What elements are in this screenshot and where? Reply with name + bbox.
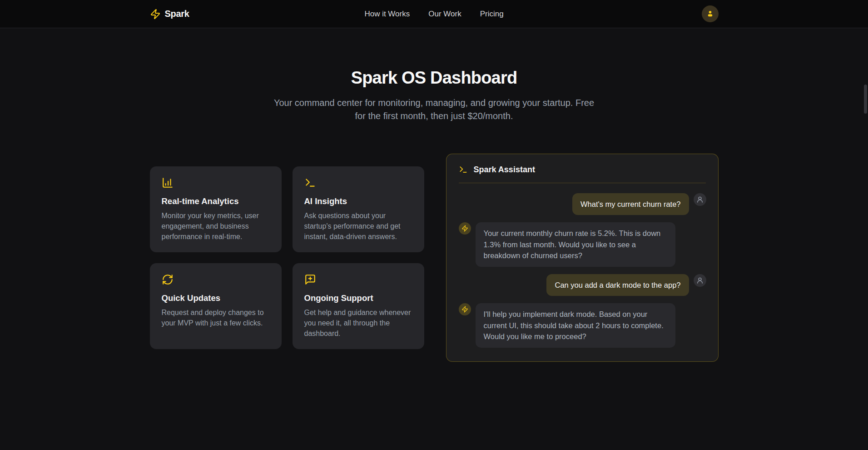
user-message: Can you add a dark mode to the app?: [459, 274, 706, 296]
zap-icon: [461, 225, 468, 232]
features-grid: Real-time Analytics Monitor your key met…: [150, 166, 424, 349]
feature-title: Ongoing Support: [304, 293, 412, 303]
nav-link-our-work[interactable]: Our Work: [428, 10, 461, 19]
feature-description: Request and deploy changes to your MVP w…: [162, 307, 270, 328]
terminal-icon: [304, 177, 316, 189]
user-round-icon: [696, 196, 704, 203]
message-bubble: I'll help you implement dark mode. Based…: [476, 303, 675, 348]
nav-links: How it WorksOur WorkPricing: [364, 10, 503, 19]
brand-name: Spark: [165, 9, 189, 19]
zap-icon: [150, 9, 161, 20]
user-round-icon: [696, 277, 704, 284]
chart-column-icon: [162, 177, 174, 189]
assistant-header: Spark Assistant: [446, 154, 718, 183]
zap-icon: [461, 306, 468, 313]
terminal-icon: [459, 165, 468, 174]
refresh-icon: [162, 274, 174, 285]
hero-subtitle: Your command center for monitoring, mana…: [273, 96, 595, 123]
message-bubble: Can you add a dark mode to the app?: [546, 274, 689, 296]
message-avatar: [694, 274, 706, 287]
message-avatar: [459, 222, 471, 235]
message-bubble: What's my current churn rate?: [572, 193, 689, 215]
account-avatar-button[interactable]: [702, 5, 719, 22]
feature-title: Real-time Analytics: [162, 196, 270, 206]
message-square-plus-icon: [304, 274, 316, 285]
feature-description: Get help and guidance whenever you need …: [304, 307, 412, 339]
main-content: Spark OS Dashboard Your command center f…: [0, 28, 868, 362]
spark-assistant-panel: Spark Assistant What's my current churn …: [446, 154, 719, 362]
feature-description: Ask questions about your startup's perfo…: [304, 210, 412, 242]
page-title: Spark OS Dashboard: [0, 68, 868, 88]
nav-link-pricing[interactable]: Pricing: [480, 10, 504, 19]
message-avatar: [459, 303, 471, 315]
nav-container: Spark How it WorksOur WorkPricing: [150, 5, 719, 22]
assistant-message: I'll help you implement dark mode. Based…: [459, 303, 706, 348]
feature-title: AI Insights: [304, 196, 412, 206]
assistant-message: Your current monthly churn rate is 5.2%.…: [459, 222, 706, 267]
feature-card-ai-insights: AI Insights Ask questions about your sta…: [293, 166, 424, 252]
user-icon: [706, 10, 714, 18]
nav-bar: Spark How it WorksOur WorkPricing: [0, 0, 868, 28]
nav-link-how-it-works[interactable]: How it Works: [364, 10, 410, 19]
feature-title: Quick Updates: [162, 293, 270, 303]
feature-description: Monitor your key metrics, user engagemen…: [162, 210, 270, 242]
content-row: Real-time Analytics Monitor your key met…: [150, 154, 719, 362]
assistant-title: Spark Assistant: [474, 165, 535, 175]
feature-card-real-time-analytics: Real-time Analytics Monitor your key met…: [150, 166, 282, 252]
feature-card-ongoing-support: Ongoing Support Get help and guidance wh…: [293, 263, 424, 349]
brand-logo[interactable]: Spark: [150, 9, 189, 20]
message-avatar: [694, 193, 706, 206]
message-bubble: Your current monthly churn rate is 5.2%.…: [476, 222, 675, 267]
chat-messages: What's my current churn rate? Your curre…: [446, 183, 718, 361]
feature-card-quick-updates: Quick Updates Request and deploy changes…: [150, 263, 282, 349]
user-message: What's my current churn rate?: [459, 193, 706, 215]
scrollbar-thumb[interactable]: [864, 85, 867, 114]
